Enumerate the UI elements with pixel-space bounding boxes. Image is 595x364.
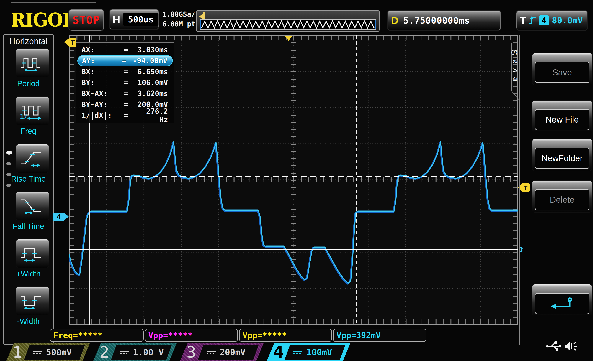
channel-1-scale: 500mV: [46, 347, 72, 357]
measure-item-fall-time-label: Fall Time: [4, 222, 53, 231]
measure-item-period[interactable]: [16, 48, 49, 77]
channel-2-number: 2: [99, 343, 109, 361]
preview-window-left-edge: [200, 20, 201, 29]
channel-3-scale: 200mV: [220, 347, 245, 357]
dc-coupling-icon: [293, 351, 302, 354]
measure-item-freq[interactable]: 1/: [16, 96, 49, 125]
t-label: T: [520, 15, 526, 26]
new-file-button[interactable]: New File: [532, 100, 592, 132]
acquisition-info: 1.00GSa/s 6.00M pts: [162, 10, 199, 29]
plus-width-icon: [20, 243, 45, 264]
usb-icon: [545, 340, 562, 352]
trigger-slope-icon: [528, 15, 536, 26]
fall-time-icon: [20, 196, 45, 216]
sample-rate: 1.00GSa/s: [162, 10, 199, 19]
svg-text:T: T: [71, 39, 75, 46]
oscilloscope-screen: RIGOL STOP H 500us 1.00GSa/s 6.00M pts D…: [0, 0, 593, 361]
channel-2-status[interactable]: 2 1.00 V: [93, 343, 177, 361]
h-label: H: [113, 14, 120, 26]
trigger-info-box[interactable]: T 4 80.0mV: [516, 10, 588, 31]
memory-depth: 6.00M pts: [162, 19, 199, 29]
trigger-source-badge: 4: [539, 15, 549, 25]
cursor-ay-adjust-icon[interactable]: ↕: [518, 243, 524, 254]
measure-item-plus-width-label: +Width: [4, 269, 53, 278]
horizontal-offset-box[interactable]: D 5.75000000ms: [387, 10, 501, 31]
d-label: D: [391, 15, 398, 26]
measure-item-minus-width-label: -Width: [4, 317, 53, 326]
cursor-row-ax: AX: = 3.030ms: [77, 44, 173, 55]
d-value: 5.75000000ms: [403, 15, 470, 26]
svg-text:T: T: [524, 184, 528, 191]
preview-window-right-edge: [375, 20, 376, 29]
preview-wave-window: [199, 19, 376, 30]
brand-logo: RIGOL: [11, 10, 74, 30]
freq-icon-one-over: 1/: [20, 113, 28, 120]
channel-4-number: 4: [273, 343, 284, 361]
channel4-ground-marker[interactable]: 4: [53, 211, 69, 222]
cursor-row-bx-ax: BX-AX: = 3.620ms: [77, 88, 173, 99]
channel-2-scale: 1.00 V: [133, 347, 164, 357]
cursor-row-ay-selected[interactable]: AY: = -94.00mV: [77, 55, 173, 66]
memory-waveform-preview[interactable]: [196, 10, 380, 32]
rise-time-icon: [20, 148, 45, 169]
measure-item-freq-label: Freq: [4, 127, 53, 136]
svg-text:4: 4: [57, 213, 61, 221]
cursor-row-bx: BX: = 6.650ms: [77, 66, 173, 77]
dc-coupling-icon: [120, 351, 129, 354]
channel-1-number: 1: [13, 343, 22, 361]
preview-zigzag: [200, 20, 376, 29]
dc-coupling-icon: [207, 351, 216, 354]
channel-3-number: 3: [186, 343, 196, 361]
trigger-level-value: 80.0mV: [552, 15, 583, 25]
back-arrow-icon: [548, 297, 576, 310]
save-button[interactable]: Save: [532, 53, 592, 85]
delete-button[interactable]: Delete: [532, 180, 592, 213]
dc-coupling-icon: [33, 351, 42, 354]
freq-icon: 1/: [20, 101, 45, 121]
measure-item-period-label: Period: [4, 79, 53, 88]
measurement-slot-3[interactable]: Vpp=*****: [239, 329, 332, 342]
measurement-slot-4[interactable]: Vpp=392mV: [333, 329, 426, 342]
menu-scroll-indicator: [6, 151, 12, 194]
channel-1-status[interactable]: 1 500mV: [6, 343, 90, 361]
measurement-slot-2[interactable]: Vpp=*****: [145, 329, 238, 342]
measure-item-minus-width[interactable]: [16, 287, 49, 316]
channel-4-status-selected[interactable]: 4 100mV: [267, 343, 350, 361]
cursor-readout-box: AX: = 3.030ms AY: = -94.00mV BX: = 6.650…: [76, 42, 174, 124]
period-icon: [20, 53, 45, 73]
bezel-line: [11, 2, 96, 3]
measure-item-plus-width[interactable]: [16, 239, 49, 268]
measurement-slot-1[interactable]: Freq=*****: [50, 329, 144, 342]
back-button[interactable]: [532, 284, 592, 316]
measure-item-rise-time[interactable]: [16, 144, 49, 173]
channel-4-scale: 100mV: [306, 347, 332, 357]
measure-category-title: Horizontal: [4, 36, 53, 46]
menu-tab-letter: e: [510, 74, 519, 84]
run-state-label: STOP: [73, 14, 100, 26]
h-scale-value: 500us: [123, 13, 159, 26]
run-state-button[interactable]: STOP: [68, 9, 104, 31]
measure-item-fall-time[interactable]: [16, 192, 49, 220]
minus-width-icon: [20, 291, 45, 311]
trigger-position-marker-icon[interactable]: [284, 36, 293, 41]
new-folder-button[interactable]: NewFolder: [532, 139, 592, 171]
cursor-row-inv-dx: 1/|dX|: = 276.2 Hz: [77, 110, 173, 121]
horizontal-scale-box[interactable]: H 500us: [109, 9, 159, 30]
speaker-icon: [563, 340, 578, 352]
cursor-row-by: BY: = 106.0mV: [77, 77, 173, 88]
channel-3-status[interactable]: 3 200mV: [180, 343, 263, 361]
